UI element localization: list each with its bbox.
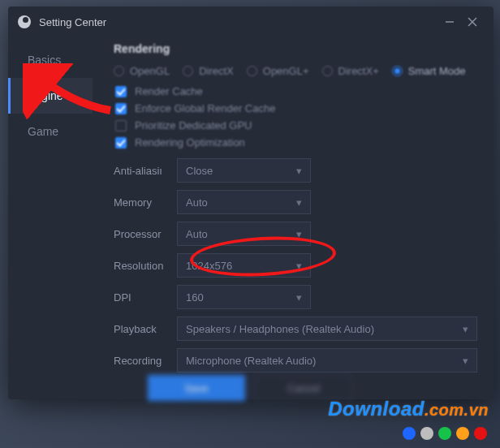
- radio-opengl-plus[interactable]: OpenGL+: [247, 65, 309, 77]
- select-memory[interactable]: Auto ▾: [177, 190, 311, 214]
- chevron-down-icon: ▾: [296, 165, 302, 177]
- watermark: Download.com.vn: [328, 398, 489, 420]
- radio-label: OpenGL+: [263, 65, 309, 77]
- watermark-main: Download: [328, 398, 425, 420]
- titlebar: Setting Center: [8, 6, 494, 37]
- sidebar-item-engine[interactable]: Engine: [8, 78, 93, 114]
- field-dpi: DPI 160 ▾: [114, 285, 477, 309]
- check-label: Enforce Global Render Cache: [135, 102, 275, 114]
- chevron-down-icon: ▾: [296, 260, 302, 272]
- render-engine-radio-group: OpenGL DirectX OpenGL+ DirectX+ Smart Mo…: [114, 65, 477, 77]
- settings-modal: Setting Center Basics Engine Game Render…: [8, 6, 494, 399]
- sidebar: Basics Engine Game: [8, 37, 93, 399]
- select-recording[interactable]: Microphone (Realtek Audio) ▾: [177, 348, 477, 373]
- radio-dot-icon: [183, 66, 193, 76]
- sidebar-item-label: Basics: [28, 54, 61, 67]
- field-label: Memory: [114, 196, 177, 209]
- radio-directx[interactable]: DirectX: [183, 65, 234, 77]
- select-anti-aliasing[interactable]: Close ▾: [177, 158, 311, 183]
- sidebar-item-label: Engine: [28, 89, 63, 102]
- checkbox-icon: [115, 103, 127, 114]
- field-label: DPI: [114, 291, 177, 304]
- field-playback: Playback Speakers / Headphones (Realtek …: [114, 317, 477, 341]
- select-resolution[interactable]: 1024x576 ▾: [177, 253, 311, 278]
- select-value: Speakers / Headphones (Realtek Audio): [186, 323, 374, 335]
- chevron-down-icon: ▾: [296, 228, 302, 240]
- dot-icon: [438, 427, 451, 440]
- check-prioritize-dedicated-gpu[interactable]: Prioritize Dedicated GPU: [115, 119, 477, 131]
- render-options-group: Render Cache Enforce Global Render Cache…: [115, 85, 477, 149]
- field-label: Recording: [114, 355, 177, 367]
- button-label: Save: [184, 382, 209, 394]
- field-label: Resolution: [114, 260, 177, 272]
- sidebar-item-label: Game: [28, 125, 58, 138]
- content-pane: Rendering OpenGL DirectX OpenGL+ DirectX…: [93, 37, 494, 399]
- close-button[interactable]: [461, 11, 484, 33]
- check-render-cache[interactable]: Render Cache: [115, 85, 477, 97]
- select-value: 160: [186, 291, 204, 304]
- field-anti-aliasing: Anti-aliasiı Close ▾: [114, 158, 477, 183]
- field-label: Processor: [114, 228, 177, 240]
- chevron-down-icon: ▾: [296, 291, 302, 304]
- app-logo-icon: [18, 15, 31, 28]
- select-value: Auto: [186, 196, 208, 209]
- radio-label: Smart Mode: [408, 65, 466, 77]
- checkbox-icon: [115, 86, 127, 97]
- window-title: Setting Center: [39, 16, 106, 28]
- select-value: Microphone (Realtek Audio): [186, 355, 316, 367]
- button-label: Cancel: [287, 382, 320, 394]
- checkbox-icon: [115, 120, 127, 131]
- field-recording: Recording Microphone (Realtek Audio) ▾: [114, 348, 477, 373]
- select-value: Auto: [186, 228, 208, 240]
- select-processor[interactable]: Auto ▾: [177, 222, 311, 246]
- chevron-down-icon: ▾: [463, 323, 468, 335]
- chevron-down-icon: ▾: [463, 355, 468, 367]
- dot-icon: [403, 427, 416, 440]
- sidebar-item-game[interactable]: Game: [8, 114, 93, 149]
- dot-icon: [420, 427, 433, 440]
- select-value: 1024x576: [186, 260, 232, 272]
- field-resolution: Resolution 1024x576 ▾: [114, 253, 477, 278]
- radio-dot-icon: [247, 66, 257, 76]
- select-value: Close: [186, 165, 213, 177]
- field-label: Anti-aliasiı: [114, 165, 177, 177]
- check-enforce-global-render-cache[interactable]: Enforce Global Render Cache: [115, 102, 477, 114]
- radio-opengl[interactable]: OpenGL: [114, 65, 170, 77]
- dot-icon: [474, 427, 487, 440]
- radio-label: DirectX: [199, 65, 234, 77]
- field-processor: Processor Auto ▾: [114, 222, 477, 246]
- sidebar-item-basics[interactable]: Basics: [8, 42, 93, 78]
- select-playback[interactable]: Speakers / Headphones (Realtek Audio) ▾: [177, 317, 477, 341]
- radio-label: OpenGL: [130, 65, 170, 77]
- check-label: Render Cache: [135, 85, 203, 97]
- field-memory: Memory Auto ▾: [114, 190, 477, 214]
- radio-dot-icon: [392, 66, 403, 76]
- section-title-rendering: Rendering: [114, 42, 477, 55]
- minimize-button[interactable]: [438, 11, 461, 33]
- field-label: Playback: [114, 323, 177, 335]
- radio-directx-plus[interactable]: DirectX+: [322, 65, 379, 77]
- chevron-down-icon: ▾: [296, 196, 302, 209]
- radio-smart-mode[interactable]: Smart Mode: [392, 65, 466, 77]
- save-button[interactable]: Save: [148, 375, 245, 401]
- checkbox-icon: [115, 137, 127, 149]
- radio-label: DirectX+: [338, 65, 379, 77]
- watermark-suffix: .com.vn: [425, 401, 489, 419]
- select-dpi[interactable]: 160 ▾: [177, 285, 311, 309]
- dot-icon: [456, 427, 469, 440]
- color-dots: [403, 427, 487, 440]
- check-label: Prioritize Dedicated GPU: [135, 119, 252, 131]
- check-label: Rendering Optimization: [135, 136, 245, 149]
- check-rendering-optimization[interactable]: Rendering Optimization: [115, 136, 477, 149]
- radio-dot-icon: [114, 66, 124, 76]
- radio-dot-icon: [322, 66, 333, 76]
